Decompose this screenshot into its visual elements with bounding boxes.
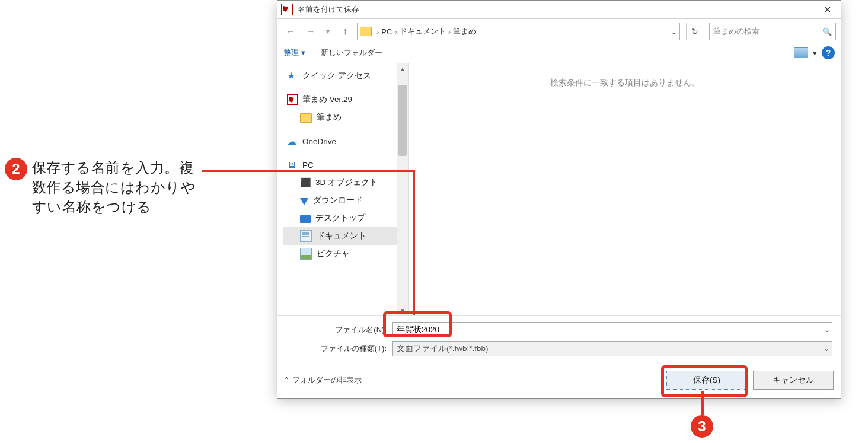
folder-tree: ★ クイック アクセス 筆まめ Ver.29 筆まめ ☁ OneDrive [277,63,409,315]
scroll-up-icon[interactable]: ▲ [397,63,408,74]
save-button[interactable]: 保存(S) [666,371,747,390]
step2-text: 保存する名前を入力。複 数作る場合にはわかりや すい名称をつける [32,158,196,216]
close-button[interactable]: ✕ [813,1,841,18]
dialog-title: 名前を付けて保存 [298,4,813,15]
back-button[interactable]: ← [282,23,299,40]
filetype-value: 文面ファイル(*.fwb;*.fbb) [397,343,489,354]
filename-label: ファイル名(N): [286,324,392,335]
field-area: ファイル名(N): ⌄ ファイルの種類(T): 文面ファイル(*.fwb;*.f… [277,315,841,362]
tree-spacer [283,126,408,132]
file-list-area: 検索条件に一致する項目はありません。 [409,63,841,315]
search-input[interactable]: 筆まめの検索 🔍 [709,23,836,40]
search-icon: 🔍 [822,27,832,36]
search-placeholder: 筆まめの検索 [713,26,760,37]
filename-dropdown-icon[interactable]: ⌄ [824,326,830,334]
tree-spacer [283,150,408,156]
step2-badge: 2 [5,158,27,180]
save-as-dialog: 名前を付けて保存 ✕ ← → ▾ ↑ › PC › ドキュメント › 筆まめ ⌄… [277,0,841,399]
tree-label: クイック アクセス [302,71,371,81]
new-folder-button[interactable]: 新しいフォルダー [321,47,382,58]
connector-step2-h [202,170,415,172]
folder-icon [300,113,312,123]
breadcrumb-sep: › [448,27,451,36]
app-icon [287,94,298,105]
app-icon [281,4,293,15]
breadcrumb-seg-documents[interactable]: ドキュメント [400,26,446,37]
cancel-button[interactable]: キャンセル [753,371,834,390]
step2-line3: すい名称をつける [32,199,152,215]
connector-step2-v [413,170,415,315]
toolbar: 整理 ▾ 新しいフォルダー ▾ ? [277,44,841,63]
tree-app-sub[interactable]: 筆まめ [283,109,408,126]
hide-folders-toggle[interactable]: ˄ フォルダーの非表示 [285,375,362,385]
tree-spacer [283,85,408,91]
tree-label: OneDrive [302,137,336,146]
breadcrumb-sep: › [376,27,379,36]
filetype-row: ファイルの種類(T): 文面ファイル(*.fwb;*.fbb) ⌄ [286,341,832,356]
recent-locations-button[interactable]: ▾ [323,23,333,40]
bottom-row: ˄ フォルダーの非表示 保存(S) キャンセル [277,362,841,398]
step2-line1: 保存する名前を入力。複 [32,160,194,176]
breadcrumb-sep: › [394,27,397,36]
step3-badge: 3 [691,415,713,438]
tree-scrollbar[interactable]: ▲ ▼ [397,63,408,315]
breadcrumb-seg-pc[interactable]: PC [381,27,392,36]
tree-3d-objects[interactable]: ⬛ 3D オブジェクト [283,174,408,192]
tree-desktop[interactable]: デスクトップ [283,209,408,227]
filename-row: ファイル名(N): ⌄ [286,322,832,337]
breadcrumb[interactable]: › PC › ドキュメント › 筆まめ ⌄ [357,23,680,40]
dialog-body: ★ クイック アクセス 筆まめ Ver.29 筆まめ ☁ OneDrive [277,63,841,315]
annotation-step-3: 3 [691,415,713,438]
organize-button[interactable]: 整理 ▾ [283,47,305,58]
empty-message: 検索条件に一致する項目はありません。 [550,78,700,88]
document-icon [300,230,312,242]
tree-pictures[interactable]: ピクチャ [283,245,408,263]
view-mode-dropdown-icon[interactable]: ▾ [813,49,817,58]
tree-label: ピクチャ [317,248,350,259]
tree-quick-access[interactable]: ★ クイック アクセス [283,67,408,85]
picture-icon [300,248,312,260]
onedrive-icon: ☁ [287,136,298,146]
refresh-button[interactable]: ↻ [686,23,703,40]
nav-row: ← → ▾ ↑ › PC › ドキュメント › 筆まめ ⌄ ↻ 筆まめの検索 🔍 [277,19,841,44]
tree-app[interactable]: 筆まめ Ver.29 [283,91,408,109]
annotation-step-2: 2 保存する名前を入力。複 数作る場合にはわかりや すい名称をつける [5,158,272,216]
tree-label: PC [302,161,314,170]
up-button[interactable]: ↑ [337,23,353,40]
scroll-down-icon[interactable]: ▼ [397,305,408,315]
filename-input[interactable] [392,322,832,337]
scroll-thumb[interactable] [398,85,407,156]
forward-button[interactable]: → [302,23,319,40]
tree-label: 3D オブジェクト [315,177,378,188]
view-mode-button[interactable] [794,47,808,58]
help-button[interactable]: ? [822,46,835,59]
star-icon: ★ [287,71,298,81]
breadcrumb-dropdown-icon[interactable]: ⌄ [671,27,677,36]
tree-label: デスクトップ [315,213,365,224]
filetype-combo[interactable]: 文面ファイル(*.fwb;*.fbb) ⌄ [392,341,832,356]
tree-label: 筆まめ [317,112,342,123]
desktop-icon [300,215,311,223]
pc-icon: 🖥 [287,160,298,170]
tree-onedrive[interactable]: ☁ OneDrive [283,132,408,150]
folder-icon [360,27,372,36]
breadcrumb-seg-fudemame[interactable]: 筆まめ [453,26,476,37]
tree-documents[interactable]: ドキュメント [283,227,408,245]
step2-line2: 数作る場合にはわかりや [32,179,196,195]
tree-downloads[interactable]: ダウンロード [283,192,408,209]
connector-step3-v [701,391,704,415]
download-icon [300,198,308,205]
filetype-label: ファイルの種類(T): [286,343,392,354]
titlebar: 名前を付けて保存 ✕ [277,1,841,19]
filetype-dropdown-icon: ⌄ [824,345,829,353]
tree-label: ダウンロード [313,195,363,206]
tree-label: 筆まめ Ver.29 [302,94,352,105]
tree-label: ドキュメント [317,231,366,241]
cube-icon: ⬛ [300,177,311,188]
chevron-up-icon: ˄ [285,376,289,385]
hide-folders-label: フォルダーの非表示 [292,375,362,385]
